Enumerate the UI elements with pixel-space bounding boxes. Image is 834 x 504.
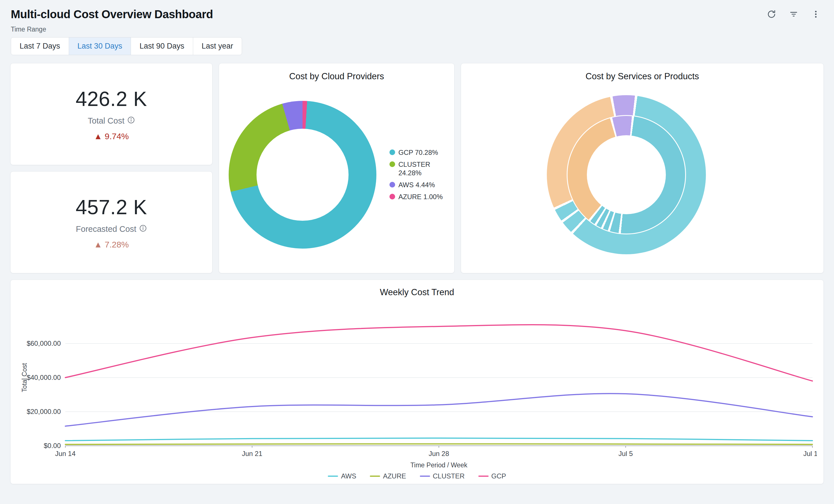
providers-chart-card: Cost by Cloud Providers GCP 70.28%CLUSTE… — [219, 63, 455, 273]
forecasted-cost-value: 457.2 K — [75, 195, 147, 219]
services-sunburst-outer-ring[interactable] — [547, 95, 706, 254]
trend-chart-card: Weekly Cost Trend $0.00$20,000.00$40,000… — [10, 280, 824, 484]
providers-legend: GCP 70.28%CLUSTER 24.28%AWS 4.44%AZURE 1… — [390, 148, 445, 201]
legend-label: CLUSTER — [433, 472, 465, 480]
providers-chart-body: GCP 70.28%CLUSTER 24.28%AWS 4.44%AZURE 1… — [226, 82, 447, 268]
cards-grid: 426.2 K Total Cost ▲ 9.74% 457.2 K — [0, 55, 834, 273]
svg-text:$40,000.00: $40,000.00 — [27, 374, 61, 381]
time-range-option-last-30-days[interactable]: Last 30 Days — [69, 37, 131, 55]
filter-icon — [789, 10, 798, 19]
legend-label: AWS — [341, 472, 356, 480]
providers-donut-chart[interactable] — [229, 101, 376, 248]
legend-label: AZURE — [383, 472, 406, 480]
total-cost-value: 426.2 K — [75, 87, 147, 111]
legend-swatch — [390, 161, 395, 167]
time-range-group: Last 7 Days Last 30 Days Last 90 Days La… — [11, 37, 242, 55]
legend-swatch — [390, 182, 395, 188]
total-cost-delta: ▲ 9.74% — [94, 132, 129, 141]
donut-hole — [257, 129, 349, 221]
services-chart-title: Cost by Services or Products — [468, 71, 817, 82]
svg-text:Jun 14: Jun 14 — [55, 450, 75, 457]
info-icon[interactable] — [127, 116, 135, 126]
time-range-option-last-year[interactable]: Last year — [193, 37, 242, 55]
providers-chart-title: Cost by Cloud Providers — [226, 71, 447, 82]
total-cost-label: Total Cost — [88, 116, 125, 126]
svg-text:Jun 28: Jun 28 — [429, 450, 449, 457]
page-title: Multi-cloud Cost Overview Dashboard — [11, 8, 213, 21]
forecasted-cost-card: 457.2 K Forecasted Cost ▲ 7.28% — [10, 171, 213, 273]
legend-swatch — [370, 476, 380, 477]
trend-chart-title: Weekly Cost Trend — [380, 287, 454, 298]
services-sunburst-inner-ring[interactable] — [567, 115, 686, 234]
svg-text:Jul 12: Jul 12 — [803, 450, 817, 457]
total-cost-label-row: Total Cost — [88, 116, 135, 126]
services-chart-body — [452, 82, 801, 268]
refresh-button[interactable] — [765, 7, 778, 21]
svg-text:$20,000.00: $20,000.00 — [27, 408, 61, 415]
legend-item[interactable]: AWS — [328, 472, 356, 480]
svg-text:Time Period / Week: Time Period / Week — [411, 461, 467, 469]
info-icon[interactable] — [139, 224, 147, 234]
time-range-option-last-7-days[interactable]: Last 7 Days — [11, 37, 69, 55]
dashboard-page: Multi-cloud Cost Overview Dashboard — [0, 0, 834, 484]
legend-item[interactable]: AZURE — [370, 472, 406, 480]
total-cost-card: 426.2 K Total Cost ▲ 9.74% — [10, 63, 213, 165]
legend-item[interactable]: GCP — [478, 472, 506, 480]
kebab-menu-icon — [811, 10, 820, 19]
time-range-label: Time Range — [11, 26, 823, 33]
legend-item[interactable]: CLUSTER 24.28% — [390, 160, 445, 177]
time-range-section: Time Range Last 7 Days Last 30 Days Last… — [0, 23, 834, 55]
legend-swatch — [328, 476, 338, 477]
forecasted-cost-label: Forecasted Cost — [76, 224, 136, 234]
legend-swatch — [478, 476, 488, 477]
filter-button[interactable] — [787, 7, 800, 21]
svg-text:Jul 5: Jul 5 — [618, 450, 633, 457]
header-actions — [756, 7, 822, 21]
stat-cards-column: 426.2 K Total Cost ▲ 9.74% 457.2 K — [10, 63, 213, 273]
weekly-cost-trend-chart[interactable]: $0.00$20,000.00$40,000.00$60,000.00Jun 1… — [17, 300, 817, 471]
legend-label: AWS 4.44% — [398, 181, 435, 189]
svg-text:$0.00: $0.00 — [44, 442, 61, 450]
legend-item[interactable]: AZURE 1.00% — [390, 193, 445, 201]
legend-swatch — [390, 149, 395, 155]
forecasted-cost-delta: ▲ 7.28% — [94, 240, 129, 249]
header: Multi-cloud Cost Overview Dashboard — [0, 0, 834, 23]
legend-item[interactable]: GCP 70.28% — [390, 148, 445, 157]
services-chart-card: Cost by Services or Products — [461, 63, 824, 273]
legend-label: AZURE 1.00% — [398, 193, 443, 201]
svg-text:Jun 21: Jun 21 — [242, 450, 262, 457]
sunburst-hole — [587, 135, 666, 214]
legend-label: GCP — [491, 472, 506, 480]
legend-label: GCP 70.28% — [398, 148, 438, 157]
legend-item[interactable]: CLUSTER — [420, 472, 465, 480]
legend-item[interactable]: AWS 4.44% — [390, 181, 445, 189]
legend-swatch — [390, 194, 395, 199]
svg-text:$60,000.00: $60,000.00 — [27, 339, 61, 347]
time-range-option-last-90-days[interactable]: Last 90 Days — [131, 37, 193, 55]
refresh-icon — [767, 10, 776, 19]
legend-label: CLUSTER 24.28% — [398, 160, 445, 177]
svg-text:Total Cost: Total Cost — [21, 363, 28, 392]
trend-legend: AWSAZURECLUSTERGCP — [328, 472, 506, 480]
forecasted-cost-label-row: Forecasted Cost — [76, 224, 147, 234]
legend-swatch — [420, 476, 430, 477]
more-menu-button[interactable] — [809, 7, 822, 21]
